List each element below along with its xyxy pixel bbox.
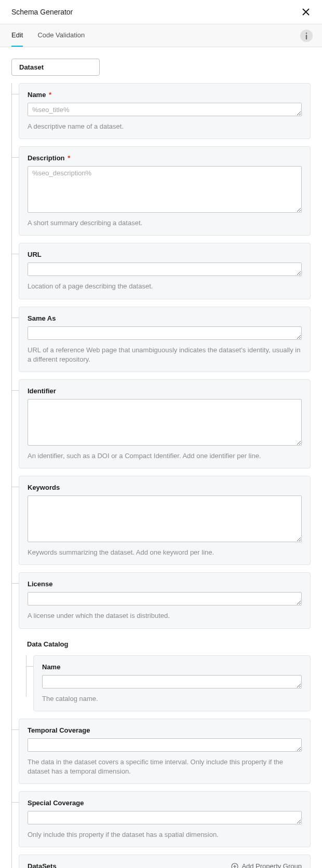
field-help-same-as: URL of a reference Web page that unambig… [28,346,302,364]
field-help-name: A descriptive name of a dataset. [28,122,302,131]
field-label-spatial: Special Coverage [28,799,302,807]
url-input[interactable] [28,263,302,276]
info-icon [305,32,307,39]
field-help-keywords: Keywords summarizing the dataset. Add on… [28,548,302,557]
schema-root-dataset[interactable]: Dataset [11,59,100,76]
field-help-url: Location of a page describing the datase… [28,282,302,291]
field-help-description: A short summary describing a dataset. [28,218,302,228]
field-label-temporal: Temporal Coverage [28,726,302,734]
field-label-license: License [28,580,302,588]
group-datasets-title: DataSets [28,862,57,868]
page-title: Schema Generator [11,8,73,16]
tree-connector-nested [26,655,26,697]
name-input[interactable] [28,103,302,116]
tab-edit[interactable]: Edit [11,24,23,47]
plus-circle-icon [231,863,238,868]
info-button[interactable] [300,30,313,42]
field-label-name: Name * [28,91,302,99]
add-property-group-datasets[interactable]: Add Property Group [231,862,302,868]
svg-rect-1 [306,35,307,39]
field-help-identifier: An identifier, such as a DOI or a Compac… [28,451,302,461]
field-label-keywords: Keywords [28,484,302,491]
field-label-identifier: Identifier [28,387,302,395]
close-icon [302,8,310,16]
tab-code-validation[interactable]: Code Validation [37,24,85,47]
field-help-temporal: The data in the dataset covers a specifi… [28,757,302,776]
identifier-input[interactable] [28,399,302,446]
same-as-input[interactable] [28,326,302,340]
close-button[interactable] [301,7,311,17]
field-label-same-as: Same As [28,314,302,322]
description-input[interactable] [28,166,302,213]
svg-point-0 [306,32,307,34]
license-input[interactable] [28,592,302,605]
tree-connector-line [11,83,12,868]
field-label-description: Description * [28,154,302,162]
catalog-name-input[interactable] [42,675,302,688]
field-help-license: A license under which the dataset is dis… [28,611,302,621]
spatial-input[interactable] [28,811,302,824]
field-label-url: URL [28,251,302,258]
temporal-input[interactable] [28,738,302,752]
field-help-catalog-name: The catalog name. [42,694,302,704]
field-help-spatial: Only include this property if the datase… [28,830,302,839]
section-data-catalog: Data Catalog [27,640,311,648]
field-label-catalog-name: Name [42,663,302,671]
keywords-input[interactable] [28,495,302,542]
